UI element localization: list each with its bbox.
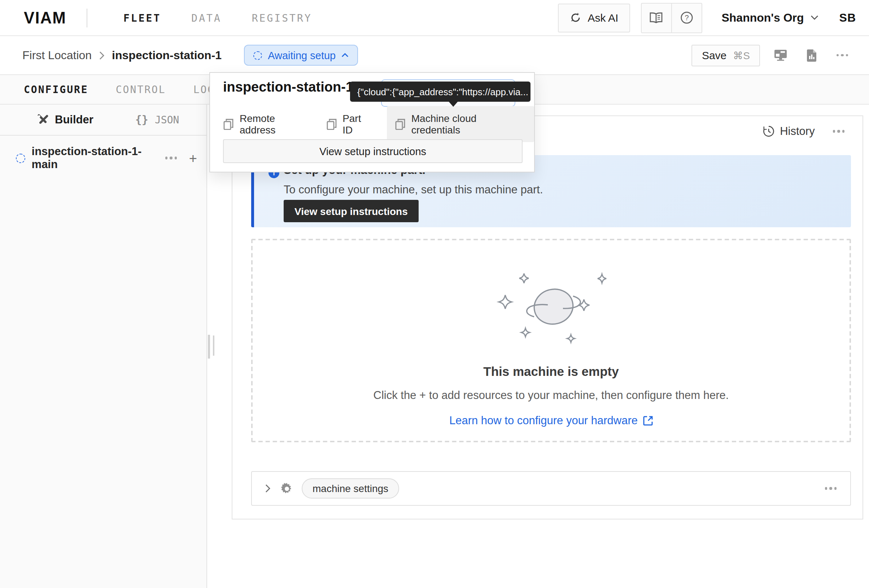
- configure-sidebar: Builder {} JSON inspection-station-1-mai…: [0, 105, 207, 588]
- configure-hardware-link[interactable]: Learn how to configure your hardware: [449, 414, 653, 427]
- documentation-button[interactable]: [641, 3, 671, 32]
- copy-part-id-button[interactable]: Part ID: [326, 106, 373, 142]
- popup-view-setup-instructions-button[interactable]: View setup instructions: [223, 139, 522, 163]
- part-actions: +: [165, 151, 197, 165]
- docs-help-group: ?: [641, 3, 702, 33]
- viam-logo[interactable]: VIAM: [24, 8, 67, 27]
- planet-illustration: [479, 265, 623, 351]
- tooltip-arrow: [448, 101, 458, 107]
- card-overflow-menu[interactable]: [833, 130, 844, 133]
- org-switcher[interactable]: Shannon's Org: [721, 11, 818, 24]
- history-label: History: [780, 125, 814, 138]
- monitor-icon: [773, 49, 787, 61]
- help-circle-icon: ?: [680, 12, 693, 24]
- empty-state-body: Click the + to add resources to your mac…: [374, 389, 729, 402]
- builder-json-toggle: Builder {} JSON: [0, 105, 206, 136]
- ellipsis-icon: [836, 54, 848, 57]
- document-chart-icon: [806, 49, 817, 62]
- ask-ai-sparkle-icon: [569, 12, 582, 24]
- top-nav: VIAM FLEET DATA REGISTRY Ask AI: [0, 0, 869, 36]
- svg-text:?: ?: [685, 14, 688, 22]
- json-brace-icon: {}: [135, 113, 148, 126]
- status-badge-label: Awaiting setup: [268, 49, 336, 61]
- machine-report-button[interactable]: [801, 44, 822, 66]
- ask-ai-button[interactable]: Ask AI: [558, 3, 630, 32]
- avatar[interactable]: SB: [839, 11, 856, 24]
- machine-settings-pill[interactable]: machine settings: [302, 478, 399, 499]
- tab-configure[interactable]: CONFIGURE: [24, 84, 88, 95]
- external-link-icon: [643, 416, 653, 426]
- copy-machine-cloud-credentials-label: Machine cloud credentials: [411, 113, 526, 136]
- view-setup-instructions-button[interactable]: View setup instructions: [284, 200, 419, 222]
- topnav-right: Ask AI ?: [558, 3, 856, 33]
- empty-state-title: This machine is empty: [483, 364, 618, 379]
- add-resource-button[interactable]: +: [189, 151, 197, 165]
- json-mode-button[interactable]: {} JSON: [135, 113, 179, 126]
- sidebar-resize-handle[interactable]: [208, 335, 214, 358]
- book-icon: [650, 12, 663, 23]
- nav-tab-data[interactable]: DATA: [191, 12, 221, 24]
- copy-icon: [326, 118, 337, 130]
- breadcrumb-machine-name: inspection-station-1: [112, 49, 222, 62]
- json-label: JSON: [155, 114, 179, 126]
- banner-body: To configure your machine, set up this m…: [284, 183, 543, 196]
- chevron-down-icon: [811, 15, 819, 20]
- popup-copy-row: Remote address Part ID: [223, 106, 534, 142]
- part-overflow-menu[interactable]: [165, 157, 176, 160]
- part-awaiting-setup-icon: [16, 153, 25, 163]
- empty-machine-dropzone: This machine is empty Click the + to add…: [251, 239, 851, 442]
- part-name: inspection-station-1-main: [32, 145, 165, 171]
- breadcrumb-location[interactable]: First Location: [22, 49, 92, 62]
- primary-nav: FLEET DATA REGISTRY: [123, 12, 312, 24]
- viam-machine-page: VIAM FLEET DATA REGISTRY Ask AI: [0, 0, 869, 588]
- machine-overflow-menu[interactable]: [832, 44, 853, 66]
- nav-tab-fleet[interactable]: FLEET: [123, 12, 161, 24]
- help-button[interactable]: ?: [671, 3, 701, 32]
- nav-divider: [87, 8, 87, 27]
- copy-icon: [395, 118, 406, 130]
- copy-remote-address-button[interactable]: Remote address: [223, 106, 313, 142]
- expand-chevron-icon[interactable]: [265, 484, 271, 493]
- breadcrumb-row: First Location inspection-station-1 Awai…: [0, 36, 869, 75]
- copy-remote-address-label: Remote address: [240, 113, 313, 136]
- configure-hardware-link-label: Learn how to configure your hardware: [449, 414, 638, 427]
- awaiting-setup-spinner-icon: [254, 51, 262, 59]
- save-shortcut: ⌘S: [733, 49, 750, 61]
- settings-overflow-menu[interactable]: [825, 487, 836, 490]
- machine-page-view-button[interactable]: [770, 44, 791, 66]
- builder-label: Builder: [55, 113, 93, 126]
- copy-machine-cloud-credentials-button[interactable]: Machine cloud credentials: [387, 106, 534, 142]
- machine-status-badge[interactable]: Awaiting setup: [244, 45, 358, 66]
- part-config-card: History i Set up your machine part. To c…: [232, 116, 863, 520]
- gear-icon: [281, 482, 293, 495]
- part-status-popup: inspection-station-1-main Remote address: [209, 72, 535, 172]
- tools-icon: [37, 114, 48, 126]
- copy-part-id-label: Part ID: [343, 113, 373, 136]
- org-name: Shannon's Org: [721, 11, 804, 24]
- nav-tab-registry[interactable]: REGISTRY: [252, 12, 312, 24]
- ask-ai-label: Ask AI: [587, 12, 618, 24]
- copy-icon: [223, 118, 234, 130]
- builder-mode-button[interactable]: Builder: [37, 113, 93, 126]
- save-label: Save: [702, 49, 727, 61]
- tab-control[interactable]: CONTROL: [116, 84, 166, 95]
- chevron-right-icon: [99, 51, 105, 59]
- history-clock-icon: [762, 126, 774, 137]
- history-button[interactable]: History: [762, 125, 814, 138]
- breadcrumb-actions: Save ⌘S: [692, 44, 853, 66]
- credentials-tooltip: {"cloud":{"app_address":"https://app.via…: [350, 81, 531, 102]
- machine-settings-row[interactable]: machine settings: [251, 471, 851, 506]
- chevron-up-icon: [341, 53, 348, 58]
- part-tree-item[interactable]: inspection-station-1-main +: [0, 148, 206, 168]
- save-button[interactable]: Save ⌘S: [692, 44, 760, 66]
